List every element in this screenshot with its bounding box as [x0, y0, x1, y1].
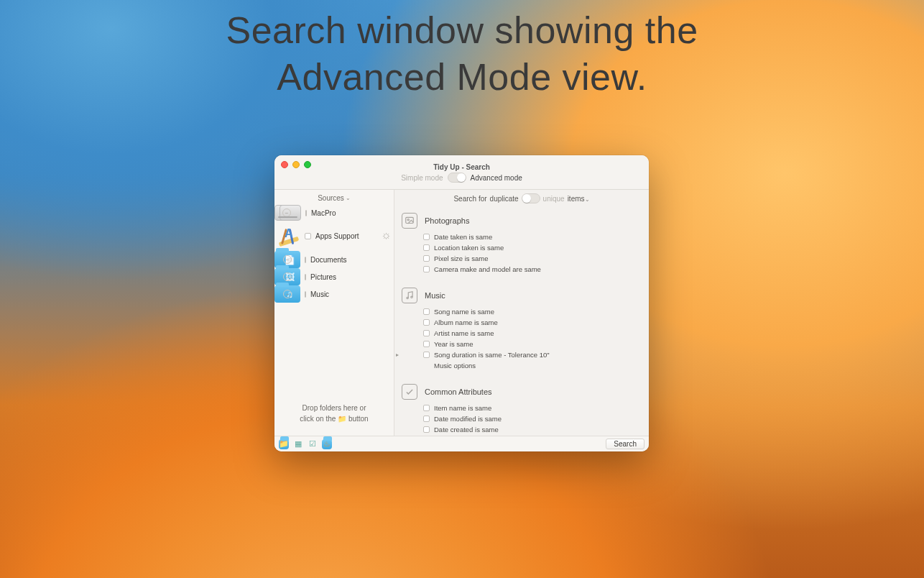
- source-checkbox[interactable]: [305, 274, 306, 280]
- option-checkbox[interactable]: [423, 244, 430, 251]
- option-row[interactable]: Artist name is same: [402, 328, 639, 339]
- photo-icon: [402, 213, 417, 229]
- option-checkbox[interactable]: [423, 352, 430, 358]
- mode-switch-bar: Simple mode Advanced mode: [401, 173, 522, 183]
- option-row[interactable]: Location taken is same: [402, 242, 639, 253]
- option-label: Music options: [434, 362, 476, 370]
- remove-icon[interactable]: −: [283, 272, 292, 281]
- option-label: Song duration is same - Tolerance 10": [434, 351, 550, 359]
- option-label: Album name is same: [434, 318, 498, 326]
- traffic-lights: [281, 161, 311, 168]
- add-folder-icon[interactable]: 📁: [279, 439, 289, 449]
- gear-icon[interactable]: ☼: [381, 229, 389, 237]
- option-label: Date taken is same: [434, 233, 492, 241]
- option-row[interactable]: Camera make and model are same: [402, 264, 639, 275]
- criteria-scroll[interactable]: PhotographsDate taken is sameLocation ta…: [394, 206, 646, 436]
- footer: 📁 ▦ ☑ ♨ Search: [274, 436, 649, 451]
- source-checkbox[interactable]: [305, 257, 306, 263]
- sidebar: Sources ⌄ MacPro−AApps Support☼📄Document…: [274, 190, 394, 436]
- source-list: MacPro−AApps Support☼📄Documents−🖼Picture…: [274, 205, 394, 395]
- section-common: Common AttributesItem name is sameDate m…: [394, 377, 646, 436]
- sources-header[interactable]: Sources ⌄: [274, 190, 394, 205]
- sources-label: Sources: [318, 194, 344, 202]
- search-button[interactable]: Search: [606, 439, 645, 449]
- source-label: Documents: [310, 256, 347, 264]
- footer-icons: 📁 ▦ ☑ ♨: [279, 439, 332, 449]
- option-row[interactable]: Song name is same: [402, 306, 639, 317]
- chevron-down-icon: ⌄: [346, 195, 351, 201]
- svg-point-2: [407, 297, 408, 298]
- source-label: Apps Support: [315, 232, 359, 240]
- simple-mode-label[interactable]: Simple mode: [401, 174, 443, 182]
- section-music: MusicSong name is sameAlbum name is same…: [394, 280, 646, 377]
- option-checkbox[interactable]: [423, 255, 430, 262]
- source-checkbox[interactable]: [305, 233, 311, 239]
- option-label: Year is same: [434, 340, 473, 348]
- section-header[interactable]: Photographs: [402, 208, 639, 231]
- option-row[interactable]: Date taken is same: [402, 231, 639, 242]
- section-header[interactable]: Music: [402, 283, 639, 306]
- option-checkbox[interactable]: [423, 426, 430, 433]
- source-checkbox[interactable]: [305, 210, 307, 216]
- music-icon: [402, 288, 417, 303]
- minimize-icon[interactable]: [292, 161, 300, 168]
- source-checkbox[interactable]: [305, 291, 306, 298]
- section-photographs: PhotographsDate taken is sameLocation ta…: [394, 206, 646, 280]
- option-checkbox[interactable]: [423, 330, 430, 336]
- unique-label[interactable]: unique: [543, 195, 565, 203]
- presets-icon[interactable]: ▦: [293, 439, 303, 449]
- check-icon[interactable]: ☑: [308, 439, 318, 449]
- option-label: Item name is same: [434, 404, 491, 412]
- dup-prefix: Search for: [453, 195, 486, 203]
- option-row[interactable]: Music options: [402, 360, 639, 371]
- option-checkbox[interactable]: [423, 341, 430, 347]
- option-checkbox[interactable]: [423, 319, 430, 326]
- dropzone-line1: Drop folders here or: [285, 403, 384, 413]
- option-row[interactable]: Date created is same: [402, 424, 639, 435]
- source-item-apps-support[interactable]: AApps Support☼: [274, 221, 394, 251]
- option-row[interactable]: Pixel size is same: [402, 253, 639, 264]
- remove-icon[interactable]: −: [283, 255, 292, 264]
- chevron-down-icon: ⌄: [585, 196, 590, 203]
- option-checkbox[interactable]: [423, 266, 430, 272]
- option-row[interactable]: Year is same: [402, 339, 639, 349]
- window-title: Tidy Up - Search: [433, 163, 490, 171]
- option-row[interactable]: Date modified is same: [402, 413, 639, 424]
- option-label: Artist name is same: [434, 329, 494, 337]
- svg-point-1: [407, 219, 409, 221]
- app-window: Tidy Up - Search Simple mode Advanced mo…: [274, 155, 649, 451]
- promo-headline: Search window showing the Advanced Mode …: [0, 7, 924, 101]
- source-label: MacPro: [311, 209, 336, 217]
- source-item-music[interactable]: ♫Music−: [274, 285, 296, 303]
- duplicate-unique-toggle[interactable]: [522, 193, 540, 203]
- advanced-mode-label[interactable]: Advanced mode: [471, 174, 522, 182]
- remove-icon[interactable]: −: [283, 290, 292, 298]
- items-dropdown[interactable]: items⌄: [568, 195, 590, 203]
- option-row[interactable]: Size is same: [402, 435, 639, 436]
- option-checkbox[interactable]: [423, 234, 430, 240]
- section-title: Music: [425, 291, 445, 300]
- option-row[interactable]: Song duration is same - Tolerance 10": [402, 349, 639, 360]
- option-checkbox[interactable]: [423, 405, 430, 411]
- dup-label[interactable]: duplicate: [490, 195, 519, 203]
- headline-line1: Search window showing the: [0, 7, 924, 54]
- duplicate-unique-bar: Search for duplicate unique items⌄: [394, 190, 649, 206]
- close-icon[interactable]: [281, 161, 288, 168]
- option-row[interactable]: Item name is same: [402, 403, 639, 413]
- option-row[interactable]: Album name is same: [402, 317, 639, 328]
- section-header[interactable]: Common Attributes: [402, 380, 639, 403]
- option-checkbox[interactable]: [423, 416, 430, 422]
- option-label: Pixel size is same: [434, 254, 489, 262]
- option-checkbox[interactable]: [423, 308, 430, 315]
- remove-icon[interactable]: −: [282, 208, 291, 217]
- maximize-icon[interactable]: [304, 161, 311, 168]
- main-panel: Search for duplicate unique items⌄ Photo…: [394, 190, 649, 436]
- source-item-macpro[interactable]: MacPro−: [274, 205, 296, 221]
- option-label: Song name is same: [434, 308, 494, 316]
- flame-icon[interactable]: ♨: [322, 439, 332, 449]
- option-label: Date created is same: [434, 426, 499, 434]
- dropzone-hint: Drop folders here or click on the 📁 butt…: [274, 395, 394, 436]
- titlebar: Tidy Up - Search Simple mode Advanced mo…: [274, 155, 649, 190]
- mode-toggle[interactable]: [448, 173, 466, 183]
- check-icon: [402, 384, 417, 400]
